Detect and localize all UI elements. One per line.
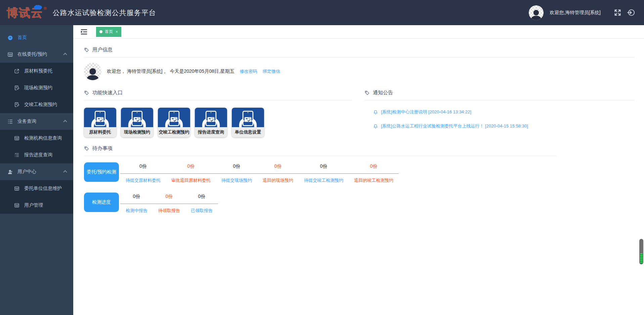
notice-item[interactable]: [系统]公路水运工程行业试验检测委托平台上线运行！ [2020-04-15 15… xyxy=(373,123,635,129)
app-header: 博试云 ® 公路水运试验检测公共服务平台 欢迎您,海特管理员[系统] xyxy=(0,0,644,25)
stat-count: 0份 xyxy=(299,161,349,174)
notice-column: 通知公告 [系统]检测中心注册说明 [2020-04-16 13:34:22] xyxy=(364,82,635,137)
sidebar-item-label: 原材料预委托 xyxy=(24,68,52,74)
sidebar-item-label: 用户中心 xyxy=(17,169,36,175)
notice-text: [系统]检测中心注册说明 [2020-04-16 13:34:22] xyxy=(381,109,471,115)
section-user-info: 用户信息 xyxy=(84,47,635,53)
sidebar-item-test-org-info-query[interactable]: 检测机构信息查询 xyxy=(0,130,73,147)
tile-completion-test-booking[interactable]: 交竣工检测预约 xyxy=(158,108,190,137)
entrust-booking-button[interactable]: 委托/预约检测 xyxy=(84,162,119,182)
hands-tablet-icon xyxy=(84,108,116,127)
grid-icon xyxy=(14,136,20,141)
divider xyxy=(84,156,557,156)
notice-list: [系统]检测中心注册说明 [2020-04-16 13:34:22] [系统]公… xyxy=(364,109,635,129)
stat-label[interactable]: 已领取报告 xyxy=(185,204,218,214)
stat-count: 0份 xyxy=(216,161,257,174)
stat-pending-site-booking: 0份 待提交现场预约 xyxy=(216,161,257,183)
two-column-row: 功能快速入口 xyxy=(84,82,635,137)
stat-label[interactable]: 待领取报告 xyxy=(153,204,185,214)
tab-home[interactable]: 首页 × xyxy=(96,27,121,37)
tag-icon xyxy=(84,146,89,151)
sidebar-item-label: 在线委托/预约 xyxy=(17,51,47,57)
tile-label: 报告进度查询 xyxy=(195,127,227,137)
bind-wechat-link[interactable]: 绑定微信 xyxy=(263,68,280,74)
hands-tablet-icon xyxy=(232,108,264,127)
sidebar-item-site-test-booking[interactable]: 现场检测预约 xyxy=(0,80,73,96)
tab-label: 首页 xyxy=(105,29,113,35)
stat-label[interactable]: 待提交竣工检测预约 xyxy=(299,174,349,183)
section-title: 用户信息 xyxy=(92,47,113,53)
tab-active-dot xyxy=(99,30,102,33)
document-edit-icon xyxy=(14,102,20,108)
tile-raw-material-entrust[interactable]: 原材料委托 xyxy=(84,108,116,137)
sidebar-collapse-icon[interactable] xyxy=(81,29,87,35)
section-title: 待办事项 xyxy=(92,145,113,152)
body-row: 首页 在线委托/预约 原材料预委托 xyxy=(0,25,644,315)
tile-site-test-booking[interactable]: 现场检测预约 xyxy=(121,108,153,137)
user-icon xyxy=(7,169,13,175)
section-title: 通知公告 xyxy=(373,90,393,96)
todo-stats: 0份 待提交原材料委托 0份 审批退回原材料委托 0份 待提交现场预约 0份 xyxy=(120,161,399,183)
stat-count: 0份 xyxy=(153,191,185,204)
person-icon xyxy=(84,66,101,80)
sidebar-group-online-entrust[interactable]: 在线委托/预约 xyxy=(0,46,73,63)
tile-unit-info-settings[interactable]: 单位信息设置 xyxy=(232,108,264,137)
welcome-line: 欢迎您， 海特管理员[系统] 。 今天是2020年05月08日,星期五 xyxy=(107,68,234,74)
section-notices: 通知公告 xyxy=(364,90,635,96)
section-quick-entry: 功能快速入口 xyxy=(84,90,352,96)
stat-label[interactable]: 检测中报告 xyxy=(120,204,153,214)
header-user-area: 欢迎您,海特管理员[系统] xyxy=(529,5,635,20)
quick-entry-column: 功能快速入口 xyxy=(84,82,352,137)
divider xyxy=(84,57,635,57)
stat-reports-testing: 0份 检测中报告 xyxy=(120,191,153,214)
tab-close-icon[interactable]: × xyxy=(116,30,118,34)
hands-tablet-icon xyxy=(158,108,190,127)
tab-bar: 首页 × xyxy=(73,25,644,39)
avatar[interactable] xyxy=(529,5,544,20)
bell-icon xyxy=(373,110,378,115)
person-icon xyxy=(529,8,544,20)
tile-label: 单位信息设置 xyxy=(232,127,264,137)
sidebar-item-completion-test-booking[interactable]: 交竣工检测预约 xyxy=(0,96,73,113)
stat-label[interactable]: 待提交原材料委托 xyxy=(120,174,166,183)
sidebar-item-label: 交竣工检测预约 xyxy=(24,102,57,108)
stat-pending-raw-material: 0份 待提交原材料委托 xyxy=(120,161,166,183)
change-password-link[interactable]: 修改密码 xyxy=(240,68,257,74)
divider xyxy=(84,100,352,100)
sidebar-item-user-management[interactable]: 用户管理 xyxy=(0,197,73,214)
sidebar-nav: 首页 在线委托/预约 原材料预委托 xyxy=(0,25,73,315)
sidebar-item-label: 首页 xyxy=(17,35,27,41)
sidebar-item-label: 业务查询 xyxy=(17,118,36,124)
stat-count: 0份 xyxy=(166,161,216,174)
list-check-icon xyxy=(14,152,20,158)
sidebar-item-home[interactable]: 首页 xyxy=(0,29,73,46)
sidebar-item-report-progress-query[interactable]: 报告进度查询 xyxy=(0,147,73,163)
external-link-icon xyxy=(14,68,20,74)
quick-entry-tiles: 原材料委托 xyxy=(84,108,352,137)
stat-returned-raw-material-approval: 0份 审批退回原材料委托 xyxy=(166,161,216,183)
scrollbar-thumb[interactable] xyxy=(639,239,643,264)
dashboard-icon xyxy=(7,35,13,41)
notice-item[interactable]: [系统]检测中心注册说明 [2020-04-16 13:34:22] xyxy=(373,109,635,115)
tile-report-progress-query[interactable]: 报告进度查询 xyxy=(195,108,227,137)
grid-icon xyxy=(14,186,20,192)
stat-label[interactable]: 退回的现场预约 xyxy=(257,174,299,183)
sidebar-group-user-center[interactable]: 用户中心 xyxy=(0,163,73,180)
tile-label: 原材料委托 xyxy=(84,127,116,137)
logout-icon[interactable] xyxy=(627,9,635,16)
cloud-icon xyxy=(33,5,43,9)
tag-icon xyxy=(84,47,89,53)
stat-count: 0份 xyxy=(120,191,153,204)
test-progress-button[interactable]: 检测进度 xyxy=(84,193,119,212)
fullscreen-icon[interactable] xyxy=(614,9,621,16)
sidebar-item-label: 检测机构信息查询 xyxy=(24,135,62,141)
stat-label[interactable]: 待提交现场预约 xyxy=(216,174,257,183)
brand-logo: 博试云 ® xyxy=(7,6,47,19)
stat-label[interactable]: 审批退回原材料委托 xyxy=(166,174,216,183)
sidebar-item-entrust-unit-info[interactable]: 委托单位信息维护 xyxy=(0,180,73,197)
sidebar-item-raw-material-entrust[interactable]: 原材料预委托 xyxy=(0,63,73,80)
list-icon xyxy=(7,119,13,124)
sidebar-group-business-query[interactable]: 业务查询 xyxy=(0,113,73,130)
stat-count: 0份 xyxy=(120,161,166,174)
stat-label[interactable]: 退回的竣工检测预约 xyxy=(349,174,399,183)
